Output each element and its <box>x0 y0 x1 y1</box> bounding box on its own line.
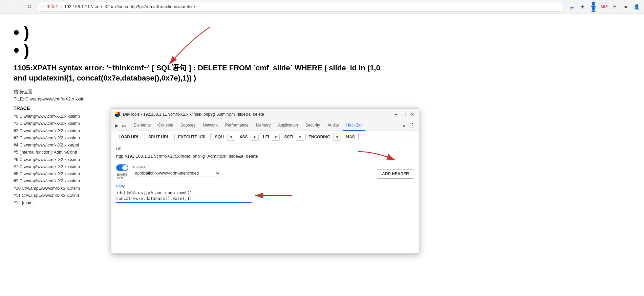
devtools-titlebar[interactable]: DevTools - 192.168.1.117/cmfx-X2.x.x/ind… <box>111 109 419 120</box>
bookmark-button[interactable]: ★ <box>578 2 587 12</box>
devtools-window-buttons: − □ ✕ <box>393 111 415 117</box>
hackbar-toolbar: LOAD URL SPLIT URL EXECUTE URL SQLI ▼ XS… <box>111 131 419 143</box>
error-location-label: 错误位置 <box>14 89 630 95</box>
encoding-dropdown: ENCODING ▼ <box>305 133 341 141</box>
tab-sources[interactable]: Sources <box>177 120 199 131</box>
url-input[interactable] <box>116 152 414 160</box>
sqli-dropdown: SQLI ▼ <box>212 133 235 141</box>
forward-button[interactable]: → <box>14 2 23 12</box>
execute-url-button[interactable]: EXECUTE URL <box>174 133 211 141</box>
xss-button[interactable]: XSS <box>237 133 251 141</box>
post-section: EnablePOST enctype application/x-www-for… <box>116 164 414 180</box>
tab-performance[interactable]: Performance <box>222 120 252 131</box>
xss-dropdown: XSS ▼ <box>237 133 259 141</box>
address-bar[interactable]: ⚠ 不安全 | 192.168.1.117/cmfx-X2.x.x/index.… <box>37 2 564 12</box>
tab-console[interactable]: Console <box>155 120 176 131</box>
security-icon: ⚠ <box>41 4 45 9</box>
minimize-button[interactable]: − <box>393 111 399 117</box>
inspect-icon[interactable]: ▶ <box>113 122 120 129</box>
enable-post-label: EnablePOST <box>117 173 127 180</box>
device-icon[interactable]: ▭ <box>121 122 127 129</box>
hackbar-body: URL EnablePOST enctype applicati <box>111 143 419 217</box>
security-label: 不安全 <box>47 4 59 9</box>
ssti-dropdown: SSTI ▼ <box>281 133 304 141</box>
tab-application[interactable]: Application <box>275 120 301 131</box>
tab-elements[interactable]: Elements <box>130 120 154 131</box>
lfi-dropdown: LFI ▼ <box>260 133 280 141</box>
body-section: Body ids[]=1&ids[]=0 and updatexml(1, co… <box>116 184 414 204</box>
tabs-overflow[interactable]: » <box>401 123 407 128</box>
enctype-section: enctype application/x-www-form-urlencode… <box>132 164 373 177</box>
close-button[interactable]: ✕ <box>409 111 415 117</box>
maximize-button[interactable]: □ <box>401 111 407 117</box>
smiley-face: • ) • ) <box>14 24 630 60</box>
annotation-arrow-body <box>245 187 299 204</box>
encoding-arrow[interactable]: ▼ <box>333 134 341 141</box>
sqli-arrow[interactable]: ▼ <box>227 134 235 141</box>
tab-security[interactable]: Security <box>302 120 323 131</box>
encoding-button[interactable]: ENCODING <box>305 133 333 141</box>
devtools-favicon <box>115 112 120 117</box>
devtools-menu-icon[interactable]: ⋮ <box>408 122 417 129</box>
back-button[interactable]: ← <box>3 2 12 12</box>
profile-button[interactable]: 👤 <box>632 2 641 12</box>
devtools-panel: DevTools - 192.168.1.117/cmfx-X2.x.x/ind… <box>111 108 419 217</box>
extension2-button[interactable]: H <box>610 2 620 12</box>
enctype-label: enctype <box>132 164 373 168</box>
enctype-select[interactable]: application/x-www-form-urlencoded multip… <box>132 170 220 177</box>
url-text: 192.168.1.117/cmfx-X2.x.x/index.php?g=Ad… <box>64 4 195 9</box>
browser-chrome: ← → ↻ ⚠ 不安全 | 192.168.1.117/cmfx-X2.x.x/… <box>0 0 644 14</box>
browser-actions: 🗻 ★ 👤👤 ABP H ■ 👤 <box>567 2 641 12</box>
toggle-thumb <box>122 165 128 170</box>
add-header-button[interactable]: ADD HEADER <box>377 169 414 179</box>
url-field-label: URL <box>116 147 414 151</box>
separator: | <box>61 4 62 9</box>
extension1-button[interactable]: 👤👤 <box>588 2 598 12</box>
abp-button[interactable]: ABP <box>599 2 609 12</box>
xss-arrow[interactable]: ▼ <box>251 134 259 141</box>
enable-post-toggle[interactable]: EnablePOST <box>116 164 128 180</box>
has-button[interactable]: HAS <box>343 133 359 141</box>
tab-hackbar[interactable]: HackBar <box>343 120 365 131</box>
devtools-title: DevTools - 192.168.1.117/cmfx-X2.x.x/ind… <box>123 112 390 117</box>
tab-icons: ▶ ▭ <box>113 122 127 129</box>
error-message: 1105:XPATH syntax error: '~thinkcmf~' [ … <box>14 63 386 84</box>
toggle-track[interactable] <box>116 164 128 171</box>
devtools-tabs: ▶ ▭ Elements Console Sources Network Per… <box>111 120 419 131</box>
tab-memory[interactable]: Memory <box>253 120 274 131</box>
load-url-button[interactable]: LOAD URL <box>115 133 143 141</box>
error-file: FILE: C:\wamp\www\cmfx-X2.x.x\sin <box>14 96 630 101</box>
sqli-button[interactable]: SQLI <box>212 133 227 141</box>
ssti-button[interactable]: SSTI <box>281 133 296 141</box>
lfi-button[interactable]: LFI <box>260 133 272 141</box>
tab-network[interactable]: Network <box>199 120 221 131</box>
lfi-arrow[interactable]: ▼ <box>272 134 280 141</box>
reload-button[interactable]: ↻ <box>24 2 34 12</box>
ssti-arrow[interactable]: ▼ <box>296 134 304 141</box>
extension3-button[interactable]: ■ <box>621 2 630 12</box>
split-url-button[interactable]: SPLIT URL <box>145 133 173 141</box>
translate-button[interactable]: 🗻 <box>567 2 576 12</box>
body-label: Body <box>116 184 414 188</box>
body-input[interactable]: ids[]=1&ids[]=0 and updatexml(1, concat(… <box>116 189 252 203</box>
nav-buttons: ← → ↻ <box>3 2 34 12</box>
tab-audits[interactable]: Audits <box>324 120 342 131</box>
